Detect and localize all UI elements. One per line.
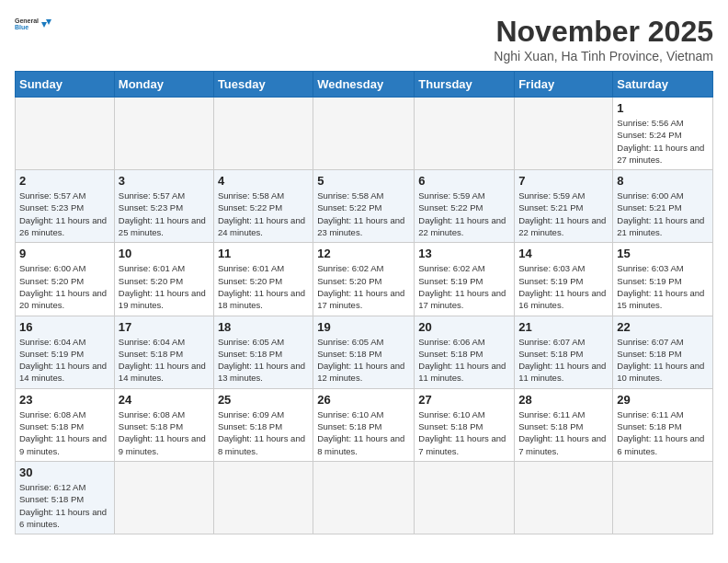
day-13: 13 Sunrise: 6:02 AM Sunset: 5:19 PM Dayl… — [415, 243, 515, 316]
day-30: 30 Sunrise: 6:12 AM Sunset: 5:18 PM Dayl… — [16, 461, 115, 534]
empty-cell — [415, 461, 515, 534]
day-6: 6 Sunrise: 5:59 AM Sunset: 5:22 PM Dayli… — [415, 170, 515, 243]
day-22: 22 Sunrise: 6:07 AM Sunset: 5:18 PM Dayl… — [613, 316, 713, 388]
col-friday: Friday — [515, 72, 613, 98]
empty-cell — [114, 461, 213, 534]
day-11: 11 Sunrise: 6:01 AM Sunset: 5:20 PM Dayl… — [213, 243, 313, 316]
empty-cell — [213, 461, 313, 534]
col-tuesday: Tuesday — [213, 72, 313, 98]
title-area: November 2025 Nghi Xuan, Ha Tinh Provinc… — [494, 15, 713, 63]
empty-cell — [515, 98, 613, 170]
empty-cell — [613, 461, 713, 534]
svg-text:General: General — [15, 17, 39, 24]
day-12: 12 Sunrise: 6:02 AM Sunset: 5:20 PM Dayl… — [313, 243, 415, 316]
day-10: 10 Sunrise: 6:01 AM Sunset: 5:20 PM Dayl… — [114, 243, 213, 316]
day-1-daylight: Daylight: 11 hours and 27 minutes. — [617, 143, 704, 165]
empty-cell — [114, 98, 213, 170]
location-subtitle: Nghi Xuan, Ha Tinh Province, Vietnam — [494, 49, 713, 63]
empty-cell — [415, 98, 515, 170]
page-header: General Blue November 2025 Nghi Xuan, Ha… — [15, 15, 713, 63]
day-9: 9 Sunrise: 6:00 AM Sunset: 5:20 PM Dayli… — [16, 243, 115, 316]
day-19: 19 Sunrise: 6:05 AM Sunset: 5:18 PM Dayl… — [313, 316, 415, 388]
day-16: 16 Sunrise: 6:04 AM Sunset: 5:19 PM Dayl… — [16, 316, 115, 388]
calendar-row-3: 9 Sunrise: 6:00 AM Sunset: 5:20 PM Dayli… — [16, 243, 713, 316]
day-27: 27 Sunrise: 6:10 AM Sunset: 5:18 PM Dayl… — [415, 388, 515, 461]
empty-cell — [313, 461, 415, 534]
day-8: 8 Sunrise: 6:00 AM Sunset: 5:21 PM Dayli… — [613, 170, 713, 243]
day-7: 7 Sunrise: 5:59 AM Sunset: 5:21 PM Dayli… — [515, 170, 613, 243]
empty-cell — [515, 461, 613, 534]
logo: General Blue — [15, 15, 51, 33]
day-15: 15 Sunrise: 6:03 AM Sunset: 5:19 PM Dayl… — [613, 243, 713, 316]
calendar-row-2: 2 Sunrise: 5:57 AM Sunset: 5:23 PM Dayli… — [16, 170, 713, 243]
day-5: 5 Sunrise: 5:58 AM Sunset: 5:22 PM Dayli… — [313, 170, 415, 243]
empty-cell — [313, 98, 415, 170]
calendar-header-row: Sunday Monday Tuesday Wednesday Thursday… — [16, 72, 713, 98]
day-17: 17 Sunrise: 6:04 AM Sunset: 5:18 PM Dayl… — [114, 316, 213, 388]
calendar-row-1: 1 Sunrise: 5:56 AM Sunset: 5:24 PM Dayli… — [16, 98, 713, 170]
day-28: 28 Sunrise: 6:11 AM Sunset: 5:18 PM Dayl… — [515, 388, 613, 461]
day-18: 18 Sunrise: 6:05 AM Sunset: 5:18 PM Dayl… — [213, 316, 313, 388]
col-thursday: Thursday — [415, 72, 515, 98]
day-2: 2 Sunrise: 5:57 AM Sunset: 5:23 PM Dayli… — [16, 170, 115, 243]
calendar-row-6: 30 Sunrise: 6:12 AM Sunset: 5:18 PM Dayl… — [16, 461, 713, 534]
day-24: 24 Sunrise: 6:08 AM Sunset: 5:18 PM Dayl… — [114, 388, 213, 461]
day-20: 20 Sunrise: 6:06 AM Sunset: 5:18 PM Dayl… — [415, 316, 515, 388]
empty-cell — [213, 98, 313, 170]
svg-marker-3 — [41, 22, 47, 28]
day-23: 23 Sunrise: 6:08 AM Sunset: 5:18 PM Dayl… — [16, 388, 115, 461]
calendar-row-4: 16 Sunrise: 6:04 AM Sunset: 5:19 PM Dayl… — [16, 316, 713, 388]
day-26: 26 Sunrise: 6:10 AM Sunset: 5:18 PM Dayl… — [313, 388, 415, 461]
logo-svg: General Blue — [15, 15, 51, 33]
day-3: 3 Sunrise: 5:57 AM Sunset: 5:23 PM Dayli… — [114, 170, 213, 243]
day-21: 21 Sunrise: 6:07 AM Sunset: 5:18 PM Dayl… — [515, 316, 613, 388]
empty-cell — [16, 98, 115, 170]
day-25: 25 Sunrise: 6:09 AM Sunset: 5:18 PM Dayl… — [213, 388, 313, 461]
day-1: 1 Sunrise: 5:56 AM Sunset: 5:24 PM Dayli… — [613, 98, 713, 170]
svg-text:Blue: Blue — [15, 24, 28, 30]
col-monday: Monday — [114, 72, 213, 98]
month-title: November 2025 — [494, 15, 713, 49]
calendar-table: Sunday Monday Tuesday Wednesday Thursday… — [15, 71, 713, 534]
day-1-sunset: Sunset: 5:24 PM — [617, 130, 681, 140]
calendar-row-5: 23 Sunrise: 6:08 AM Sunset: 5:18 PM Dayl… — [16, 388, 713, 461]
col-saturday: Saturday — [613, 72, 713, 98]
day-29: 29 Sunrise: 6:11 AM Sunset: 5:18 PM Dayl… — [613, 388, 713, 461]
day-14: 14 Sunrise: 6:03 AM Sunset: 5:19 PM Dayl… — [515, 243, 613, 316]
col-sunday: Sunday — [16, 72, 115, 98]
day-4: 4 Sunrise: 5:58 AM Sunset: 5:22 PM Dayli… — [213, 170, 313, 243]
day-1-sunrise: Sunrise: 5:56 AM — [617, 118, 683, 128]
col-wednesday: Wednesday — [313, 72, 415, 98]
